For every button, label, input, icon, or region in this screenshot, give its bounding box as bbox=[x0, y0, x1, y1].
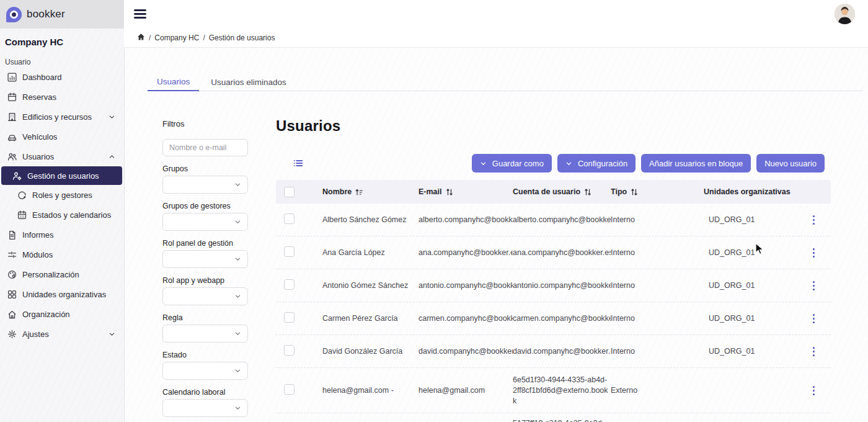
calendario-select[interactable] bbox=[162, 399, 248, 417]
column-header-tipo[interactable]: Tipo bbox=[611, 187, 704, 196]
palette-icon bbox=[7, 270, 17, 279]
gear-icon bbox=[7, 330, 17, 339]
cell-email: alberto.companyhc@bookker bbox=[418, 215, 513, 224]
row-actions-kebab-icon[interactable] bbox=[797, 382, 831, 398]
user-avatar[interactable] bbox=[835, 4, 855, 24]
top-bar bbox=[124, 0, 868, 29]
column-header-cuenta[interactable]: Cuenta de usuario bbox=[513, 187, 611, 196]
list-view-icon[interactable] bbox=[293, 158, 303, 168]
sidebar-item-informes[interactable]: Informes bbox=[0, 225, 124, 245]
brand-logo[interactable]: bookker bbox=[0, 0, 124, 29]
chevron-up-icon bbox=[108, 153, 115, 160]
breadcrumb-separator: / bbox=[149, 34, 151, 42]
nuevo-usuario-button[interactable]: Nuevo usuario bbox=[756, 154, 825, 173]
row-checkbox[interactable] bbox=[284, 246, 294, 257]
cell-tipo bbox=[611, 413, 704, 418]
car-icon bbox=[7, 132, 17, 141]
tab-usuarios-eliminados[interactable]: Usuarios eliminados bbox=[202, 73, 296, 91]
sidebar: bookker Company HC Usuario Dashboard Res… bbox=[0, 0, 125, 422]
row-checkbox[interactable] bbox=[284, 279, 294, 290]
chevron-down-icon bbox=[234, 330, 241, 337]
sidebar-item-ajustes[interactable]: Ajustes bbox=[0, 324, 124, 344]
cell-tipo: Interno bbox=[611, 281, 704, 290]
home-icon bbox=[7, 310, 17, 319]
cell-email: ana.companyhc@bookker.es bbox=[418, 248, 513, 257]
filter-group-rol-panel: Rol panel de gestión bbox=[162, 239, 248, 268]
column-label: E-mail bbox=[418, 187, 442, 196]
row-checkbox[interactable] bbox=[284, 312, 294, 323]
document-icon bbox=[7, 230, 17, 240]
main-content: Usuarios Usuarios eliminados Filtros Gru… bbox=[124, 47, 868, 422]
cell-unidad: UD_ORG_01 bbox=[704, 281, 797, 290]
user-gear-icon bbox=[12, 171, 22, 181]
column-header-nombre[interactable]: Nombre bbox=[322, 187, 418, 196]
row-checkbox[interactable] bbox=[284, 345, 294, 356]
row-actions-kebab-icon[interactable] bbox=[797, 310, 831, 326]
configuracion-button[interactable]: Configuración bbox=[557, 154, 636, 173]
column-header-email[interactable]: E-mail bbox=[418, 187, 513, 196]
row-actions-kebab-icon[interactable] bbox=[797, 245, 831, 261]
sort-updown-icon bbox=[445, 188, 454, 196]
guardar-como-button[interactable]: Guardar como bbox=[472, 154, 552, 173]
row-actions-kebab-icon[interactable] bbox=[797, 212, 831, 228]
sort-updown-icon bbox=[583, 188, 592, 196]
toolbar: Guardar como Configuración Añadir usuari… bbox=[276, 154, 831, 173]
grupos-de-gestores-select[interactable] bbox=[162, 213, 248, 231]
sidebar-item-modulos[interactable]: Módulos bbox=[0, 245, 124, 264]
rol-app-select[interactable] bbox=[162, 287, 248, 305]
cell-nombre: Alberto Sánchez Gómez bbox=[322, 215, 418, 224]
sidebar-item-dashboard[interactable]: Dashboard bbox=[0, 67, 124, 87]
sidebar-item-label: Unidades organizativas bbox=[22, 290, 106, 299]
table-header: Nombre E-mail Cuenta de usuario Tipo Uni… bbox=[276, 180, 831, 204]
sidebar-item-personalizacion[interactable]: Personalización bbox=[0, 264, 124, 284]
sidebar-item-estados-y-calendarios[interactable]: Estados y calendarios bbox=[0, 205, 124, 225]
button-label: Nuevo usuario bbox=[764, 159, 817, 168]
search-input[interactable] bbox=[162, 139, 248, 156]
sidebar-item-vehiculos[interactable]: Vehículos bbox=[0, 127, 124, 146]
row-actions-kebab-icon[interactable] bbox=[797, 277, 831, 294]
sidebar-item-label: Ajustes bbox=[22, 330, 49, 339]
row-actions-kebab-icon[interactable] bbox=[797, 343, 831, 359]
column-label: Tipo bbox=[611, 187, 627, 196]
breadcrumb-company-link[interactable]: Company HC bbox=[154, 34, 199, 42]
calendar-grid-icon bbox=[17, 210, 27, 220]
users-section: Usuarios Guardar como Configuración Añad… bbox=[276, 117, 831, 422]
button-label: Guardar como bbox=[492, 159, 544, 168]
cell-nombre: helena@gmail.com - bbox=[322, 386, 418, 395]
home-icon bbox=[137, 33, 145, 41]
filter-label: Grupos de gestores bbox=[162, 202, 248, 211]
row-checkbox[interactable] bbox=[284, 213, 294, 224]
filter-group-regla: Regla bbox=[162, 313, 248, 343]
sidebar-item-label: Edificios y recursos bbox=[22, 112, 92, 122]
filter-label: Calendario laboral bbox=[162, 388, 248, 397]
cell-tipo: Externo bbox=[611, 386, 704, 395]
cell-cuenta: david.companyhc@bookker.e bbox=[513, 347, 611, 356]
sort-asc-icon bbox=[355, 188, 363, 196]
select-all-checkbox[interactable] bbox=[284, 187, 294, 197]
grupos-select[interactable] bbox=[162, 176, 248, 194]
column-header-unidades: Unidades organizativas bbox=[704, 187, 797, 196]
anadir-usuarios-en-bloque-button[interactable]: Añadir usuarios en bloque bbox=[641, 154, 751, 173]
breadcrumb-home-link[interactable] bbox=[137, 33, 145, 43]
column-label: Cuenta de usuario bbox=[513, 187, 580, 196]
sidebar-item-label: Dashboard bbox=[22, 73, 62, 82]
sidebar-section-label: Usuario bbox=[0, 47, 124, 66]
rol-panel-select[interactable] bbox=[162, 250, 248, 268]
sidebar-item-edificios[interactable]: Edificios y recursos bbox=[0, 107, 124, 127]
sidebar-item-organizacion[interactable]: Organización bbox=[0, 304, 124, 324]
hamburger-menu-icon[interactable] bbox=[134, 9, 146, 19]
cell-tipo: Interno bbox=[611, 215, 704, 224]
row-checkbox[interactable] bbox=[284, 384, 294, 395]
sidebar-item-unidades-organizativas[interactable]: Unidades organizativas bbox=[0, 284, 124, 304]
sliders-icon bbox=[7, 250, 17, 259]
regla-select[interactable] bbox=[162, 325, 248, 343]
sidebar-item-gestion-de-usuarios[interactable]: Gestión de usuarios bbox=[1, 166, 122, 185]
sidebar-item-roles-y-gestores[interactable]: Roles y gestores bbox=[0, 185, 124, 205]
sidebar-item-reservas[interactable]: Reservas bbox=[0, 87, 124, 107]
cell-unidad bbox=[704, 413, 797, 418]
sidebar-item-usuarios[interactable]: Usuarios bbox=[0, 146, 124, 166]
estado-select[interactable] bbox=[162, 362, 248, 380]
filters-title: Filtros bbox=[162, 119, 248, 128]
tab-usuarios[interactable]: Usuarios bbox=[148, 73, 199, 91]
roles-icon bbox=[17, 191, 27, 200]
